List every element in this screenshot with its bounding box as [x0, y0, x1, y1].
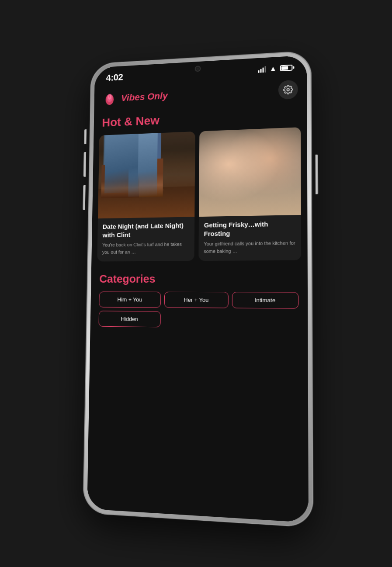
status-icons: ▲ — [258, 64, 294, 73]
mute-button[interactable] — [83, 129, 86, 144]
card-title: Getting Frisky…with Frosting — [204, 219, 295, 238]
logo-area: Vibes Only — [102, 88, 167, 107]
card-item[interactable]: Getting Frisky…with Frosting Your girlfr… — [198, 127, 301, 261]
svg-rect-5 — [98, 186, 195, 194]
app-name: Vibes Only — [121, 90, 167, 104]
volume-up-button[interactable] — [83, 152, 86, 177]
battery-icon — [280, 65, 294, 72]
wifi-icon: ▲ — [269, 65, 276, 73]
categories-title: Categories — [99, 272, 298, 286]
svg-rect-26 — [253, 167, 285, 217]
svg-rect-7 — [103, 131, 115, 196]
svg-rect-17 — [199, 127, 301, 217]
svg-point-13 — [136, 203, 167, 214]
front-camera — [194, 66, 201, 72]
svg-rect-8 — [136, 131, 161, 197]
phone-screen: 4:02 ▲ — [87, 55, 309, 522]
svg-point-25 — [255, 143, 280, 171]
app-screen: 4:02 ▲ — [87, 55, 309, 522]
svg-rect-18 — [199, 127, 301, 164]
power-button[interactable] — [315, 155, 318, 194]
category-him-you[interactable]: Him + You — [99, 291, 161, 308]
svg-rect-29 — [199, 127, 301, 217]
card-description: Your girlfriend calls you into the kitch… — [204, 239, 295, 255]
svg-point-24 — [253, 134, 284, 167]
card-description: You're back on Clint's turf and he takes… — [102, 241, 189, 256]
svg-rect-9 — [143, 131, 154, 197]
svg-rect-27 — [257, 187, 267, 195]
categories-section: Categories Him + You Her + You Intimate … — [90, 265, 308, 335]
card-image-cowboys — [98, 131, 195, 218]
svg-rect-6 — [103, 131, 130, 196]
cards-grid: Date Night (and Late Night) with Clint Y… — [91, 127, 307, 262]
volume-down-button[interactable] — [83, 185, 86, 210]
svg-point-21 — [221, 138, 249, 168]
svg-point-3 — [287, 89, 289, 91]
card-item[interactable]: Date Night (and Late Night) with Clint Y… — [97, 131, 195, 262]
category-hidden[interactable]: Hidden — [98, 311, 160, 327]
svg-point-15 — [134, 206, 168, 216]
svg-rect-14 — [137, 189, 164, 211]
svg-rect-11 — [102, 188, 130, 210]
card-body: Getting Frisky…with Frosting Your girlfr… — [198, 215, 301, 261]
category-her-you[interactable]: Her + You — [164, 292, 228, 308]
hot-new-section: Hot & New — [91, 105, 307, 262]
app-content: Vibes Only Hot & New — [87, 75, 309, 523]
settings-button[interactable] — [278, 80, 298, 100]
gear-icon — [283, 85, 293, 95]
card-title: Date Night (and Late Night) with Clint — [102, 221, 189, 239]
svg-point-12 — [99, 205, 135, 215]
svg-rect-16 — [98, 131, 195, 218]
svg-point-10 — [100, 201, 134, 214]
card-body: Date Night (and Late Night) with Clint Y… — [97, 217, 194, 261]
phone-frame: 4:02 ▲ — [83, 51, 313, 528]
card-image-frosting — [199, 127, 301, 217]
categories-grid: Him + You Her + You Intimate Hidden — [98, 291, 298, 329]
svg-point-28 — [260, 179, 264, 183]
svg-rect-20 — [244, 134, 285, 138]
svg-rect-19 — [209, 138, 239, 142]
svg-point-22 — [224, 144, 246, 170]
logo-icon — [102, 91, 117, 107]
svg-rect-4 — [98, 189, 195, 218]
category-intimate[interactable]: Intimate — [232, 292, 298, 308]
svg-rect-23 — [220, 167, 250, 217]
status-time: 4:02 — [106, 72, 123, 83]
signal-icon — [258, 66, 266, 73]
